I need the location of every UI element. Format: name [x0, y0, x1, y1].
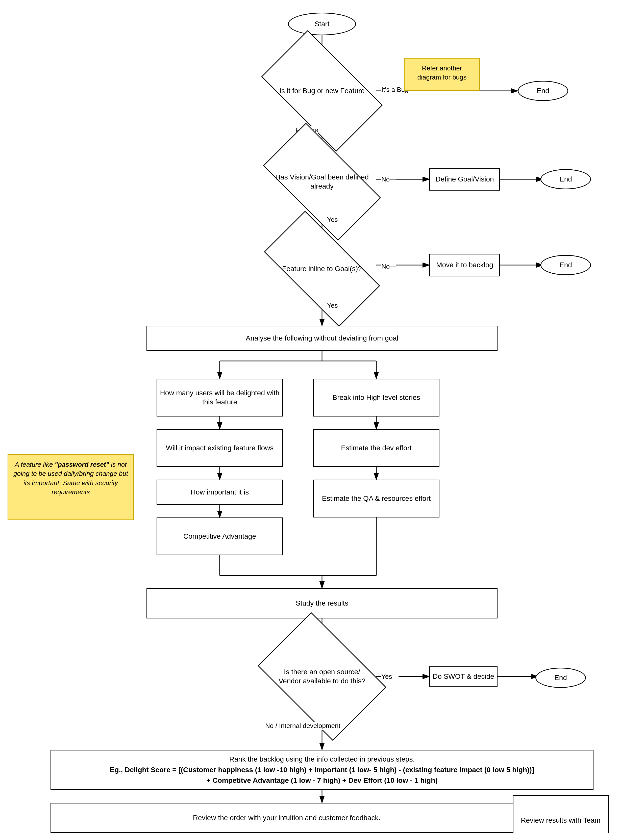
how-important-shape: How important it is	[156, 479, 283, 505]
rank-backlog-label: Rank the backlog using the info collecte…	[110, 755, 534, 784]
diamond1-shape: Is it for Bug or new Feature	[261, 30, 383, 152]
end2-shape: End	[541, 169, 591, 189]
yes2-label: Yes	[327, 302, 338, 309]
break-stories-shape: Break into High level stories	[313, 379, 440, 416]
qa-effort-shape: Estimate the QA & resources effort	[313, 479, 440, 518]
end4-shape: End	[535, 668, 586, 688]
do-swot-shape: Do SWOT & decide	[429, 666, 497, 687]
yes3-label: Yes—	[382, 673, 399, 680]
dev-effort-shape: Estimate the dev effort	[313, 429, 440, 467]
end3-shape: End	[541, 255, 591, 275]
no2-label: No—	[382, 262, 396, 270]
flowchart: Start Is it for Bug or new Feature It's …	[0, 0, 644, 833]
start-label: Start	[314, 19, 329, 29]
review-team-shape: Review results with Team	[513, 795, 609, 833]
study-results-shape: Study the results	[147, 588, 497, 618]
competitive-shape: Competitive Advantage	[156, 518, 283, 555]
yes1-label: Yes	[327, 216, 338, 224]
review-order-shape: Review the order with your intuition and…	[50, 803, 523, 833]
diamond1-label: Is it for Bug or new Feature	[279, 86, 365, 95]
diamond4-label: Is there an open source/ Vendor availabl…	[272, 667, 372, 686]
diamond3-label: Feature inline to Goal(s)?	[282, 264, 362, 273]
left-note: A feature like "password reset" is not g…	[8, 454, 134, 520]
define-goal-shape: Define Goal/Vision	[429, 168, 500, 191]
bug-note: Refer another diagram for bugs	[404, 58, 480, 91]
no1-label: No—	[382, 175, 396, 183]
diamond2-shape: Has Vision/Goal been defined already	[263, 123, 381, 241]
analyse-shape: Analyse the following without deviating …	[147, 326, 497, 351]
no-internal-label: No / Internal development	[265, 722, 340, 730]
backlog-shape: Move it to backlog	[429, 254, 500, 277]
rank-backlog-shape: Rank the backlog using the info collecte…	[50, 750, 594, 790]
feature-impact-shape: Will it impact existing feature flows	[156, 429, 283, 467]
diamond3-shape: Feature inline to Goal(s)?	[264, 211, 380, 327]
end1-shape: End	[518, 81, 568, 101]
diamond4-shape: Is there an open source/ Vendor availabl…	[258, 612, 386, 741]
users-delight-shape: How many users will be delighted with th…	[156, 379, 283, 416]
start-shape: Start	[288, 13, 356, 35]
diamond2-label: Has Vision/Goal been defined already	[272, 173, 372, 191]
